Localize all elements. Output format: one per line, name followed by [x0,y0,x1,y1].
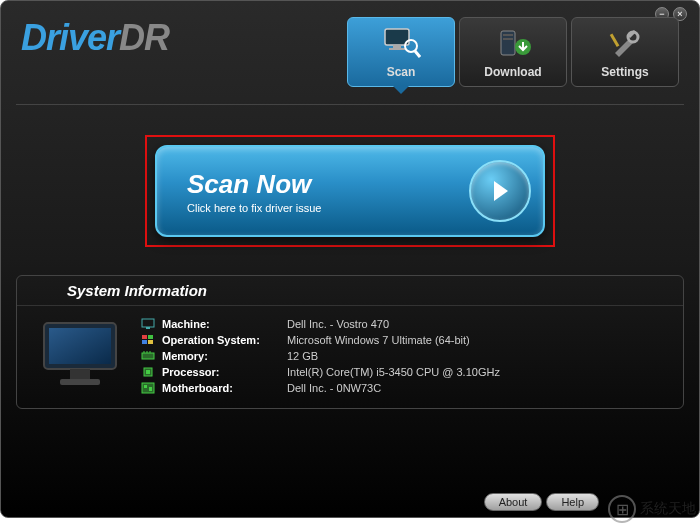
scan-now-button[interactable]: Scan Now Click here to fix driver issue [155,145,545,237]
memory-value: 12 GB [287,350,667,362]
system-information-panel: System Information Machine: Dell Inc. - … [16,275,684,409]
svg-rect-29 [149,387,152,391]
os-value: Microsoft Windows 7 Ultimate (64-bit) [287,334,667,346]
cpu-icon [140,366,156,378]
watermark-icon: ⊞ [608,495,636,523]
app-logo: DriverDR [21,17,169,59]
tab-download[interactable]: Download [459,17,567,87]
os-icon [140,334,156,346]
machine-icon [140,318,156,330]
scan-button-title: Scan Now [187,169,469,200]
svg-point-3 [405,40,417,52]
logo-text-driver: Driver [21,17,119,58]
svg-rect-28 [144,385,147,388]
svg-rect-7 [503,38,513,40]
watermark: ⊞ 系统天地 [608,495,696,523]
svg-line-4 [415,51,420,57]
tab-scan[interactable]: Scan [347,17,455,87]
help-button[interactable]: Help [546,493,599,511]
svg-rect-18 [148,335,153,339]
svg-rect-13 [70,369,90,379]
sysinfo-row-processor: Processor: Intel(R) Core(TM) i5-3450 CPU… [140,364,667,380]
svg-rect-15 [142,319,154,327]
svg-rect-19 [142,340,147,344]
motherboard-label: Motherboard: [162,382,287,394]
svg-rect-10 [610,33,620,47]
sysinfo-heading: System Information [17,276,683,306]
svg-rect-12 [49,328,111,364]
tab-settings-label: Settings [601,65,648,79]
os-label: Operation System: [162,334,287,346]
svg-rect-1 [393,45,401,48]
tab-download-label: Download [484,65,541,79]
scan-button-subtitle: Click here to fix driver issue [187,202,469,214]
svg-rect-21 [142,353,154,359]
sysinfo-body: Machine: Dell Inc. - Vostro 470 Operatio… [17,306,683,396]
sysinfo-rows: Machine: Dell Inc. - Vostro 470 Operatio… [140,316,667,396]
svg-rect-6 [503,34,513,36]
monitor-search-icon [381,25,421,61]
sysinfo-row-machine: Machine: Dell Inc. - Vostro 470 [140,316,667,332]
memory-label: Memory: [162,350,287,362]
tab-settings[interactable]: Settings [571,17,679,87]
svg-rect-17 [142,335,147,339]
svg-rect-2 [389,48,405,50]
nav-tabs: Scan Download Settings [347,17,679,87]
sysinfo-row-os: Operation System: Microsoft Windows 7 Ul… [140,332,667,348]
main-area: Scan Now Click here to fix driver issue [1,105,699,247]
processor-value: Intel(R) Core(TM) i5-3450 CPU @ 3.10GHz [287,366,667,378]
watermark-text: 系统天地 [640,500,696,518]
motherboard-value: Dell Inc. - 0NW73C [287,382,667,394]
sysinfo-row-memory: Memory: 12 GB [140,348,667,364]
server-download-icon [493,25,533,61]
about-button[interactable]: About [484,493,543,511]
logo-text-dr: DR [119,17,169,58]
processor-label: Processor: [162,366,287,378]
scan-highlight-box: Scan Now Click here to fix driver issue [145,135,555,247]
tab-scan-label: Scan [387,65,416,79]
svg-rect-20 [148,340,153,344]
scan-button-text: Scan Now Click here to fix driver issue [187,169,469,214]
svg-rect-26 [146,370,150,374]
svg-rect-27 [142,383,154,393]
memory-icon [140,350,156,362]
motherboard-icon [140,382,156,394]
main-window: − × DriverDR Scan Download [0,0,700,518]
sysinfo-row-motherboard: Motherboard: Dell Inc. - 0NW73C [140,380,667,396]
play-arrow-icon [469,160,531,222]
svg-rect-14 [60,379,100,385]
footer-buttons: About Help [484,493,599,511]
machine-label: Machine: [162,318,287,330]
machine-value: Dell Inc. - Vostro 470 [287,318,667,330]
header: DriverDR Scan Download Settings [1,1,699,96]
computer-monitor-icon [33,316,128,396]
tools-icon [605,25,645,61]
svg-rect-16 [146,327,150,329]
